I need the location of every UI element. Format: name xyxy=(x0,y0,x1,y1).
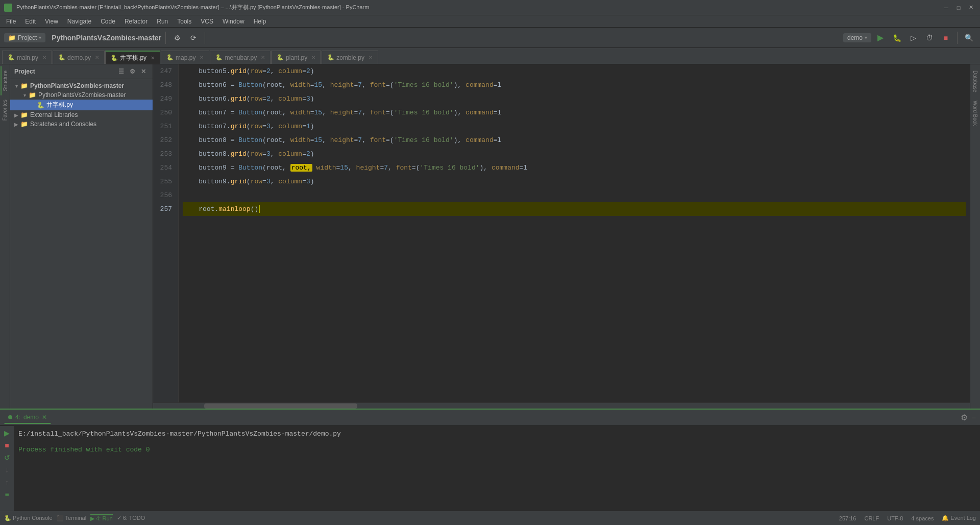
tab-menubar-py[interactable]: 🐍 menubar.py ✕ xyxy=(210,51,271,64)
menu-tools[interactable]: Tools xyxy=(173,17,195,26)
tab-label-jingziji: 井字棋.py xyxy=(120,54,146,62)
search-everywhere-button[interactable]: 🔍 xyxy=(962,31,976,45)
status-line-col[interactable]: 257:16 xyxy=(839,515,856,521)
structure-tab[interactable]: Structure xyxy=(1,66,9,96)
tab-close-plant[interactable]: ✕ xyxy=(311,55,315,60)
tab-main-py[interactable]: 🐍 main.py ✕ xyxy=(2,51,52,64)
tab-close-menubar[interactable]: ✕ xyxy=(261,55,265,60)
run-tab-demo[interactable]: 4: demo ✕ xyxy=(4,412,51,424)
tab-plant-py[interactable]: 🐍 plant.py ✕ xyxy=(271,51,321,64)
minimize-button[interactable]: ─ xyxy=(941,3,951,13)
app-icon xyxy=(4,4,12,12)
sidebar-item-label-4: External Libraries xyxy=(30,111,78,118)
line-num-252: 252 xyxy=(153,133,174,147)
tab-close-zombie[interactable]: ✕ xyxy=(369,55,373,60)
menu-view[interactable]: View xyxy=(41,17,62,26)
python-console-label: Python Console xyxy=(13,515,53,521)
run-tab-label: demo xyxy=(23,414,39,421)
run-config-selector[interactable]: demo ▾ xyxy=(843,33,871,42)
tab-close-jingziji[interactable]: ✕ xyxy=(151,55,155,61)
favorites-tab[interactable]: Favorites xyxy=(1,96,9,125)
menu-run[interactable]: Run xyxy=(153,17,172,26)
sidebar-collapse-button[interactable]: ☰ xyxy=(116,66,126,77)
menu-refactor[interactable]: Refactor xyxy=(120,17,152,26)
line-num-251: 251 xyxy=(153,120,174,133)
tab-jingziji-py[interactable]: 🐍 井字棋.py ✕ xyxy=(105,51,160,64)
run-scroll-up-button[interactable]: ↑ xyxy=(2,477,12,487)
tab-label-demo: demo.py xyxy=(67,54,91,61)
status-indent[interactable]: 4 spaces xyxy=(911,515,934,521)
encoding-text: UTF-8 xyxy=(887,515,903,521)
tab-map-py[interactable]: 🐍 map.py ✕ xyxy=(161,51,209,64)
code-editor[interactable]: button5.grid(row=2, column=2) button6 = … xyxy=(179,64,970,402)
run-button[interactable]: ▶ xyxy=(873,31,888,45)
left-panel-tabs: Structure Favorites xyxy=(0,64,10,409)
toolbar-settings-button[interactable]: ⚙ xyxy=(170,31,184,45)
run-soft-wrap-button[interactable]: ≡ xyxy=(2,489,12,499)
menu-navigate[interactable]: Navigate xyxy=(63,17,95,26)
status-event-log[interactable]: 🔔 Event Log xyxy=(942,515,976,521)
maximize-button[interactable]: □ xyxy=(953,3,964,13)
sidebar-header-buttons: ☰ ⚙ ✕ xyxy=(116,66,149,77)
run-panel-collapse-button[interactable]: − xyxy=(972,414,976,422)
run-tab-close-icon[interactable]: ✕ xyxy=(42,414,47,421)
toolbar-sync-button[interactable]: ⟳ xyxy=(186,31,201,45)
run-scroll-down-button[interactable]: ↓ xyxy=(2,465,12,475)
run-stop-button[interactable]: ■ xyxy=(2,440,12,450)
folder-icon: 📁 xyxy=(20,82,28,89)
line-numbers: 247 248 249 250 251 252 253 254 255 256 … xyxy=(153,64,179,402)
close-button[interactable]: ✕ xyxy=(966,3,976,13)
toolbar: 📁 Project ▾ PythonPlantsVsZombies-master… xyxy=(0,28,980,48)
menu-code[interactable]: Code xyxy=(96,17,119,26)
status-line-separator[interactable]: CRLF xyxy=(864,515,879,521)
line-sep-text: CRLF xyxy=(864,515,879,521)
tab-close-main[interactable]: ✕ xyxy=(42,55,46,60)
tab-zombie-py[interactable]: 🐍 zombie.py ✕ xyxy=(322,51,378,64)
python-console-tab[interactable]: 🐍 Python Console xyxy=(4,515,53,521)
menu-vcs[interactable]: VCS xyxy=(197,17,217,26)
sidebar-item-sub-project[interactable]: ▾ 📁 PythonPlantsVsZombies-master xyxy=(10,90,153,100)
run-tab-bottom[interactable]: ▶ 4: Run xyxy=(90,514,112,522)
tab-demo-py[interactable]: 🐍 demo.py ✕ xyxy=(53,51,105,64)
profile-button[interactable]: ⏱ xyxy=(922,31,937,45)
run-icon: ▶ xyxy=(90,515,94,521)
terminal-tab[interactable]: ⬛ Terminal xyxy=(57,515,86,521)
database-tab[interactable]: Database xyxy=(971,66,979,97)
tab-icon-map: 🐍 xyxy=(166,54,174,61)
tab-close-demo[interactable]: ✕ xyxy=(95,55,99,60)
statusbar: 🐍 Python Console ⬛ Terminal ▶ 4: Run ✓ 6… xyxy=(0,511,980,525)
word-book-tab[interactable]: Word Book xyxy=(971,97,979,130)
toolbar-separator-3 xyxy=(957,32,958,44)
coverage-button[interactable]: ▷ xyxy=(906,31,920,45)
code-line-247: button5.grid(row=2, column=2) xyxy=(183,64,966,78)
line-num-248: 248 xyxy=(153,78,174,92)
stop-button[interactable]: ■ xyxy=(939,31,953,45)
status-encoding[interactable]: UTF-8 xyxy=(887,515,903,521)
menu-edit[interactable]: Edit xyxy=(21,17,40,26)
todo-tab[interactable]: ✓ 6: TODO xyxy=(117,515,145,521)
debug-button[interactable]: 🐛 xyxy=(890,31,904,45)
code-line-250: button7 = Button(root, width=15, height=… xyxy=(183,106,966,120)
run-panel-settings-button[interactable]: ⚙ xyxy=(961,413,968,422)
sidebar-settings-button[interactable]: ⚙ xyxy=(127,66,137,77)
menu-file[interactable]: File xyxy=(2,17,20,26)
horizontal-scrollbar[interactable] xyxy=(153,402,970,409)
event-log-icon: 🔔 xyxy=(942,515,949,521)
project-chevron-icon: ▾ xyxy=(39,35,41,40)
run-rerun-button[interactable]: ↺ xyxy=(2,452,12,463)
project-selector[interactable]: 📁 Project ▾ xyxy=(4,33,45,42)
menu-help[interactable]: Help xyxy=(250,17,271,26)
h-scrollbar-thumb[interactable] xyxy=(204,403,357,409)
sidebar-item-scratches[interactable]: ▶ 📁 Scratches and Consoles xyxy=(10,120,153,129)
tab-close-map[interactable]: ✕ xyxy=(200,55,204,60)
sidebar-item-root-project[interactable]: ▾ 📁 PythonPlantsVsZombies-master xyxy=(10,81,153,90)
menu-window[interactable]: Window xyxy=(218,17,249,26)
sidebar-item-external-libs[interactable]: ▶ 📁 External Libraries xyxy=(10,110,153,120)
sidebar-hide-button[interactable]: ✕ xyxy=(138,66,149,77)
run-play-button[interactable]: ▶ xyxy=(2,428,12,438)
sidebar-item-jingziji[interactable]: ▶ 🐍 井字棋.py xyxy=(10,100,153,110)
editor-area: 247 248 249 250 251 252 253 254 255 256 … xyxy=(153,64,970,409)
run-output: E:/install_back/PythonPlantsVsZombies-ma… xyxy=(14,426,980,511)
code-content[interactable]: 247 248 249 250 251 252 253 254 255 256 … xyxy=(153,64,970,402)
tab-label-map: map.py xyxy=(176,54,195,61)
